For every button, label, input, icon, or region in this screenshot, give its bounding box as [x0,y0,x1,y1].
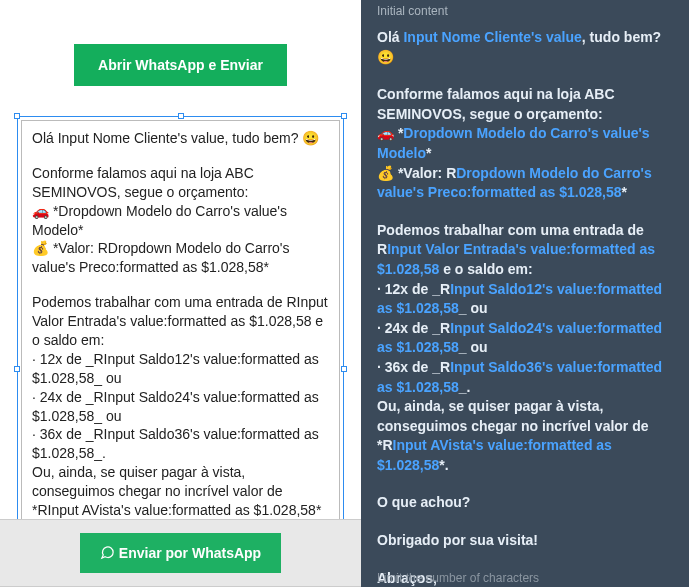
editor-line: Conforme falamos aqui na loja ABC SEMINO… [32,164,329,202]
selected-element-frame[interactable]: Olá Input Nome Cliente's value, tudo bem… [17,116,344,587]
editor-line: · 24x de _RInput Saldo24's value:formatt… [32,388,329,426]
resize-handle-mid-left[interactable] [14,366,20,372]
preview-line: O que achou? [377,493,675,513]
resize-handle-mid-right[interactable] [341,366,347,372]
dynamic-token: Dropdown Modelo do Carro's value's Model… [377,125,650,161]
initial-content-input[interactable]: Olá Input Nome Cliente's value, tudo bem… [377,28,675,587]
editor-line: 💰 *Valor: RDropdown Modelo do Carro's va… [32,239,329,277]
initial-content-label: Initial content [377,0,675,28]
preview-line: Podemos trabalhar com uma entrada de RIn… [377,221,675,280]
editor-line: 🚗 *Dropdown Modelo do Carro's value's Mo… [32,202,329,240]
preview-line: 🚗 *Dropdown Modelo do Carro's value's Mo… [377,124,675,163]
editor-line: Podemos trabalhar com uma entrada de RIn… [32,293,329,350]
editor-line: · 36x de _RInput Saldo36's value:formatt… [32,425,329,463]
multiline-input-element[interactable]: Olá Input Nome Cliente's value, tudo bem… [21,120,340,587]
editor-line: · 12x de _RInput Saldo12's value:formatt… [32,350,329,388]
resize-handle-top-left[interactable] [14,113,20,119]
preview-line: · 12x de _RInput Saldo12's value:formatt… [377,280,675,319]
bottom-button-container: Enviar por WhatsApp [0,519,361,587]
resize-handle-top-mid[interactable] [178,113,184,119]
preview-line: · 36x de _RInput Saldo36's value:formatt… [377,358,675,397]
preview-line: Obrigado por sua visita! [377,531,675,551]
preview-line: 💰 *Valor: RDropdown Modelo do Carro's va… [377,164,675,203]
limit-characters-label: Limit the number of characters [377,569,539,587]
preview-line: · 24x de _RInput Saldo24's value:formatt… [377,319,675,358]
open-whatsapp-button[interactable]: Abrir WhatsApp e Enviar [74,44,287,86]
preview-line: Conforme falamos aqui na loja ABC SEMINO… [377,85,675,124]
property-editor-panel: Initial content Olá Input Nome Cliente's… [361,0,689,587]
canvas-area[interactable]: Abrir WhatsApp e Enviar Olá Input Nome C… [0,0,361,587]
dynamic-token: Input Nome Cliente's value [403,29,581,45]
preview-line: Olá Input Nome Cliente's value, tudo bem… [377,28,675,67]
send-whatsapp-button[interactable]: Enviar por WhatsApp [80,533,281,573]
whatsapp-icon [100,545,115,560]
dynamic-token: Input AVista's value:formatted as $1.028… [377,437,612,473]
editor-line: Olá Input Nome Cliente's value, tudo bem… [32,129,329,148]
preview-line: Ou, ainda, se quiser pagar à vista, cons… [377,397,675,475]
resize-handle-top-right[interactable] [341,113,347,119]
